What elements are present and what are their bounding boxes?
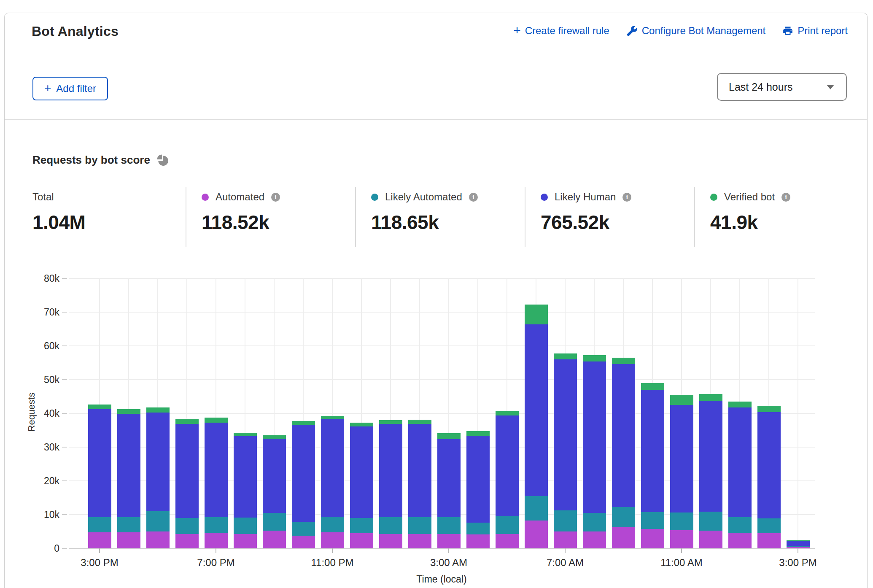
bar-segment-likely-automated[interactable]: [757, 518, 781, 533]
bar-segment-likely-automated[interactable]: [408, 517, 431, 534]
bar-segment-likely-human[interactable]: [146, 413, 170, 511]
bar-segment-likely-human[interactable]: [437, 439, 461, 518]
bar-segment-automated[interactable]: [117, 532, 140, 548]
bar-segment-likely-human[interactable]: [641, 390, 664, 512]
bar-segment-automated[interactable]: [408, 534, 431, 548]
time-range-dropdown[interactable]: Last 24 hours: [717, 73, 847, 101]
bar-segment-verified-bot[interactable]: [379, 420, 402, 424]
bar-segment-verified-bot[interactable]: [612, 358, 635, 364]
bar-segment-likely-human[interactable]: [699, 401, 722, 512]
bar-segment-verified-bot[interactable]: [728, 402, 752, 407]
info-icon[interactable]: i: [469, 193, 478, 202]
configure-bot-management-link[interactable]: Configure Bot Management: [626, 25, 766, 37]
create-firewall-rule-link[interactable]: + Create firewall rule: [513, 24, 609, 37]
bar-segment-likely-automated[interactable]: [350, 518, 373, 533]
bar-segment-automated[interactable]: [699, 531, 722, 548]
bar-segment-likely-automated[interactable]: [787, 546, 810, 547]
bar-segment-likely-human[interactable]: [583, 361, 606, 513]
bar-segment-automated[interactable]: [496, 534, 519, 548]
bar-segment-automated[interactable]: [379, 534, 402, 548]
bar-segment-likely-human[interactable]: [728, 407, 752, 518]
bar-segment-likely-human[interactable]: [787, 541, 810, 546]
bar-segment-likely-human[interactable]: [234, 436, 257, 518]
bar-segment-likely-human[interactable]: [670, 405, 693, 512]
bar-segment-likely-automated[interactable]: [437, 517, 461, 534]
bar-segment-likely-automated[interactable]: [321, 517, 344, 532]
bar-segment-automated[interactable]: [292, 536, 315, 548]
bar-segment-verified-bot[interactable]: [496, 411, 519, 415]
bar-segment-likely-automated[interactable]: [612, 507, 635, 527]
bar-segment-likely-human[interactable]: [525, 324, 548, 496]
bar-segment-likely-automated[interactable]: [641, 512, 664, 529]
bar-segment-likely-automated[interactable]: [175, 518, 199, 534]
bar-segment-verified-bot[interactable]: [699, 394, 722, 400]
bar-segment-automated[interactable]: [466, 534, 490, 548]
bar-segment-likely-human[interactable]: [263, 439, 286, 513]
bar-segment-verified-bot[interactable]: [554, 353, 577, 359]
bar-segment-automated[interactable]: [175, 534, 199, 548]
add-filter-button[interactable]: + Add filter: [32, 77, 108, 100]
bar-segment-likely-human[interactable]: [612, 364, 635, 507]
bar-segment-automated[interactable]: [146, 531, 170, 548]
bar-segment-likely-human[interactable]: [321, 419, 344, 516]
bar-segment-verified-bot[interactable]: [321, 416, 344, 419]
bar-segment-likely-automated[interactable]: [496, 516, 519, 534]
bar-segment-verified-bot[interactable]: [175, 419, 199, 424]
bar-segment-likely-human[interactable]: [466, 436, 490, 523]
bar-segment-likely-human[interactable]: [496, 415, 519, 516]
bar-segment-likely-automated[interactable]: [146, 511, 170, 531]
bar-segment-automated[interactable]: [525, 521, 548, 548]
bar-segment-likely-automated[interactable]: [554, 510, 577, 531]
bar-segment-likely-automated[interactable]: [234, 518, 257, 534]
bar-segment-verified-bot[interactable]: [408, 420, 431, 424]
bar-segment-verified-bot[interactable]: [670, 395, 693, 405]
bar-segment-likely-human[interactable]: [292, 425, 315, 522]
bar-segment-likely-automated[interactable]: [670, 512, 693, 530]
bar-segment-verified-bot[interactable]: [88, 405, 111, 409]
bar-segment-automated[interactable]: [583, 531, 606, 548]
bar-segment-automated[interactable]: [612, 527, 635, 548]
bar-segment-likely-human[interactable]: [175, 424, 199, 518]
bar-segment-likely-automated[interactable]: [583, 513, 606, 531]
bar-segment-automated[interactable]: [670, 530, 693, 548]
info-icon[interactable]: i: [271, 193, 280, 202]
bar-segment-likely-human[interactable]: [205, 423, 228, 517]
info-icon[interactable]: i: [622, 193, 631, 202]
bar-segment-verified-bot[interactable]: [292, 421, 315, 425]
bar-segment-verified-bot[interactable]: [641, 383, 664, 390]
bar-segment-verified-bot[interactable]: [350, 423, 373, 427]
bar-segment-likely-human[interactable]: [350, 426, 373, 518]
bar-segment-likely-human[interactable]: [379, 424, 402, 518]
bar-segment-likely-automated[interactable]: [292, 522, 315, 536]
bar-segment-verified-bot[interactable]: [787, 540, 810, 541]
bar-segment-automated[interactable]: [728, 533, 752, 548]
bar-segment-likely-human[interactable]: [408, 424, 431, 517]
bar-segment-likely-automated[interactable]: [379, 517, 402, 534]
bar-segment-automated[interactable]: [641, 529, 664, 548]
bar-segment-likely-automated[interactable]: [466, 523, 490, 534]
bar-segment-verified-bot[interactable]: [117, 409, 140, 413]
bar-segment-likely-automated[interactable]: [88, 517, 111, 532]
bar-segment-automated[interactable]: [554, 531, 577, 548]
bar-segment-likely-human[interactable]: [757, 412, 781, 518]
bar-segment-automated[interactable]: [757, 533, 781, 548]
bar-segment-likely-human[interactable]: [554, 359, 577, 510]
bar-segment-verified-bot[interactable]: [205, 418, 228, 422]
info-icon[interactable]: i: [781, 193, 790, 202]
print-report-link[interactable]: Print report: [782, 25, 848, 37]
bar-segment-automated[interactable]: [205, 533, 228, 548]
bar-segment-likely-automated[interactable]: [525, 496, 548, 521]
bar-segment-likely-human[interactable]: [117, 414, 140, 517]
bar-segment-automated[interactable]: [321, 532, 344, 548]
bar-segment-verified-bot[interactable]: [437, 433, 461, 439]
bar-segment-likely-automated[interactable]: [263, 513, 286, 531]
bar-segment-verified-bot[interactable]: [757, 406, 781, 412]
bar-segment-verified-bot[interactable]: [263, 435, 286, 439]
bar-segment-likely-automated[interactable]: [205, 517, 228, 533]
bar-segment-automated[interactable]: [350, 533, 373, 548]
bar-segment-automated[interactable]: [88, 532, 111, 548]
bar-segment-verified-bot[interactable]: [525, 305, 548, 324]
bar-segment-likely-automated[interactable]: [117, 517, 140, 533]
bar-segment-verified-bot[interactable]: [146, 407, 170, 413]
bar-segment-likely-automated[interactable]: [699, 512, 722, 531]
